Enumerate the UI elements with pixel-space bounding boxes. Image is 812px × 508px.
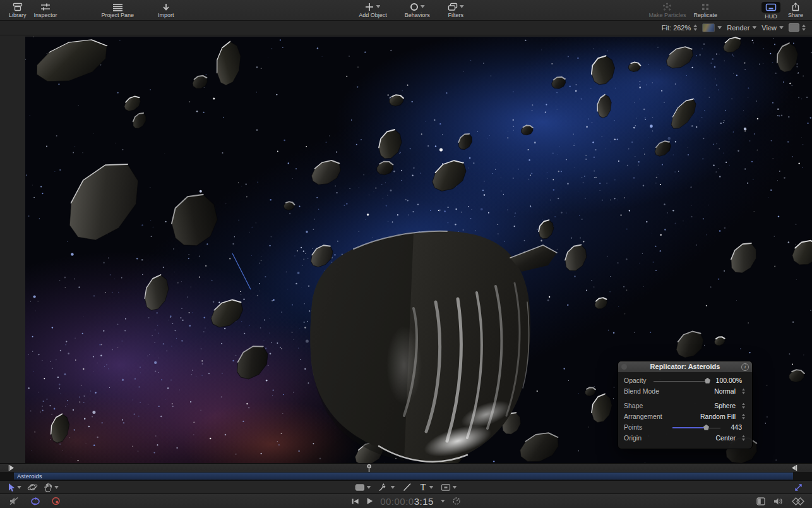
points-slider-handle[interactable] [703,425,709,430]
inspector-button[interactable]: Inspector [30,0,61,18]
import-icon [162,3,170,11]
share-button[interactable]: Share [784,0,807,18]
text-tool-chevron-icon [429,486,434,489]
hand-tool-button[interactable] [44,483,59,492]
zoom-fit-control[interactable]: Fit: 262% [662,24,697,32]
timing-icon[interactable] [452,497,461,505]
transport-center-group: 00:00:03:15 [351,496,461,507]
filters-button[interactable]: Filters [444,0,468,18]
keyframe-icon[interactable] [792,497,804,505]
behaviors-button[interactable]: Behaviors [401,0,434,18]
render-chevron-icon [752,26,756,29]
hud-panel[interactable]: Replicator: Asteroids i Opacity 100.00% … [618,361,753,449]
import-button[interactable]: Import [154,0,178,18]
timecode-chevron-icon[interactable] [441,500,445,503]
mask-tool-icon [441,484,451,491]
inspector-icon [40,3,51,11]
hud-title: Replicator: Asteroids [650,363,720,370]
library-label: Library [9,12,27,18]
make-particles-button[interactable]: Make Particles [645,0,690,18]
origin-stepper-icon[interactable] [742,435,745,441]
behaviors-chevron-icon [421,5,425,8]
swatch-chevron-icon [717,26,722,29]
select-arrow-icon [8,483,15,492]
channels-control[interactable] [789,23,806,32]
add-object-chevron-icon [376,5,380,8]
opacity-value[interactable]: 100.00% [716,377,742,384]
resize-handle-icon[interactable] [794,483,803,492]
hud-label: HUD [765,13,777,20]
select-tool-chevron-icon [17,486,21,489]
background-swatch-control[interactable] [702,23,722,32]
bezier-tool-icon [379,483,389,492]
origin-value[interactable]: Center [715,434,736,442]
toolbar-right-group: Make Particles Replicate HUD [645,0,807,20]
svg-text:T: T [421,483,426,492]
play-icon[interactable] [366,497,373,505]
project-pane-button[interactable]: Project Pane [98,0,138,18]
hud-row-points: Points 443 [618,422,752,433]
main-toolbar: Library Inspector Project Pane [0,0,812,21]
timeline-track-asteroids[interactable]: Asteroids [14,473,793,480]
timecode-display[interactable]: 00:00:03:15 [380,496,434,507]
select-tool-button[interactable] [8,483,21,492]
tools-left-group [0,482,59,492]
line-tool-icon[interactable] [403,483,412,492]
mute-icon[interactable] [9,497,20,505]
tools-center-group: T [355,483,457,492]
shape-value[interactable]: Sphere [714,402,736,409]
blend-mode-value[interactable]: Normal [714,387,736,395]
add-object-button[interactable]: Add Object [355,0,391,18]
inspector-label: Inspector [34,12,57,18]
audio-icon[interactable] [773,497,784,505]
blend-mode-label: Blend Mode [624,387,659,395]
add-object-label: Add Object [359,12,387,18]
channels-stepper-icon[interactable] [802,25,806,31]
hud-close-button[interactable] [621,364,627,370]
playhead[interactable] [366,464,372,472]
project-pane-icon [112,3,123,11]
points-value[interactable]: 443 [731,423,742,431]
hud-row-arrangement: Arrangement Random Fill [618,411,752,422]
replicate-button[interactable]: Replicate [690,0,721,18]
filters-label: Filters [448,12,464,18]
out-point-marker-icon[interactable] [791,464,797,471]
rectangle-tool-button[interactable] [355,484,371,491]
canvas-area[interactable]: Replicator: Asteroids i Opacity 100.00% … [0,35,812,464]
record-icon[interactable] [51,497,61,505]
render-menu[interactable]: Render [727,24,756,32]
timeline-track-row: Asteroids [0,472,812,480]
hud-row-origin: Origin Center [618,433,752,444]
opacity-slider[interactable] [654,381,708,382]
in-point-marker-icon[interactable] [8,464,15,471]
transport-right-group [756,497,804,505]
filters-icon [448,3,458,11]
opacity-slider-handle[interactable] [705,378,710,384]
loop-icon[interactable] [30,497,40,505]
add-object-icon [365,3,374,11]
library-button[interactable]: Library [5,0,30,18]
toolbar-left-group: Library Inspector Project Pane [5,0,178,20]
view-menu[interactable]: View [761,24,784,32]
film-icon[interactable] [756,497,765,505]
text-tool-button[interactable]: T [419,483,434,492]
hud-button[interactable]: HUD [758,0,784,20]
previous-frame-icon[interactable] [351,498,359,505]
timeline-ruler[interactable] [0,463,812,472]
hud-title-bar[interactable]: Replicator: Asteroids i [618,361,752,372]
motion-app-window: Library Inspector Project Pane [0,0,812,508]
shape-stepper-icon[interactable] [742,403,745,409]
bezier-tool-chevron-icon [391,486,395,489]
bezier-tool-button[interactable] [379,483,395,492]
hud-icon [765,3,777,11]
blend-mode-stepper-icon[interactable] [742,389,745,394]
mask-tool-button[interactable] [441,484,457,491]
hand-tool-chevron-icon [54,486,59,489]
large-asteroid [310,231,557,463]
hud-info-icon[interactable]: i [741,363,749,371]
arrangement-stepper-icon[interactable] [742,414,745,420]
arrangement-value[interactable]: Random Fill [700,413,736,420]
orbit-tool-icon[interactable] [27,482,38,492]
zoom-stepper-icon[interactable] [693,25,697,31]
timecode-dim: 00:00:0 [380,496,414,507]
